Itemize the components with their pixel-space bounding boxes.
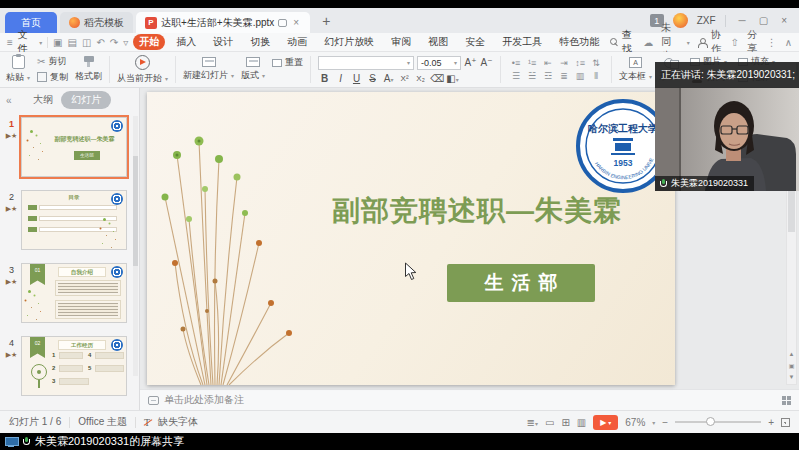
align-right-button[interactable]: ☲: [544, 71, 552, 81]
zoom-level[interactable]: 67%: [625, 417, 645, 428]
align-center-button[interactable]: ☱: [528, 71, 536, 81]
animation-star-icon[interactable]: ▶★: [6, 278, 18, 286]
panel-scrollbar[interactable]: [133, 116, 138, 376]
menu-design[interactable]: 设计: [207, 34, 239, 50]
slideshow-play-button[interactable]: ▶▾: [593, 415, 618, 430]
bold-button[interactable]: B: [318, 73, 331, 84]
more-icon[interactable]: ⋮: [767, 37, 777, 48]
columns-button[interactable]: ▥: [576, 71, 585, 81]
preview-icon[interactable]: ◫: [82, 37, 91, 48]
undo-icon[interactable]: ↶: [96, 37, 104, 48]
menu-security[interactable]: 安全: [459, 34, 491, 50]
normal-view-icon[interactable]: ▭: [545, 417, 554, 428]
align-left-button[interactable]: ☰: [512, 71, 520, 81]
add-slide-button[interactable]: +: [4, 409, 135, 410]
zoom-dropdown-icon[interactable]: ▾: [652, 419, 655, 426]
subscript-button[interactable]: X₂: [414, 74, 427, 83]
next-slide-icon[interactable]: ▼: [789, 374, 795, 380]
bullet-list-button[interactable]: •≡: [512, 58, 520, 68]
slide-nav-icon[interactable]: ▣: [789, 362, 795, 369]
comment-bubble-icon: [278, 19, 287, 27]
layout-button[interactable]: 版式▾: [241, 57, 265, 82]
strikethrough-button[interactable]: S: [366, 73, 379, 84]
print-icon[interactable]: ▤: [68, 37, 77, 48]
new-slide-button[interactable]: 新建幻灯片▾: [183, 57, 234, 82]
divider: [135, 417, 136, 428]
redo-icon[interactable]: ↷: [110, 37, 118, 48]
numbered-list-button[interactable]: ¹≡: [528, 58, 536, 68]
paste-button[interactable]: 粘贴▾: [6, 55, 30, 84]
menu-home[interactable]: 开始: [133, 34, 165, 50]
slide-department-label[interactable]: 生活部: [447, 264, 595, 302]
menu-insert[interactable]: 插入: [170, 34, 202, 50]
menu-animation[interactable]: 动画: [281, 34, 313, 50]
new-tab-button[interactable]: +: [310, 13, 342, 29]
increase-font-button[interactable]: A⁺: [464, 57, 477, 68]
flowers-mini: [30, 130, 33, 133]
slide-thumbnail-3[interactable]: 01 自我介绍: [21, 263, 127, 323]
tab-document-label: 达职+生活部+朱美霖.pptx: [161, 16, 274, 30]
slide-thumbnail-1[interactable]: 副部竞聘述职—朱美霖 生活部: [21, 117, 127, 177]
decrease-font-button[interactable]: A⁻: [480, 57, 493, 68]
sorter-view-icon[interactable]: ⊞: [561, 417, 569, 428]
save-icon[interactable]: ▣: [53, 37, 62, 48]
increase-indent-button[interactable]: ⇥: [560, 58, 568, 68]
line-spacing-button[interactable]: ↕≡: [575, 58, 585, 68]
customize-qat-icon[interactable]: ▿: [123, 37, 128, 48]
hamburger-icon[interactable]: ≡: [7, 37, 13, 48]
italic-button[interactable]: I: [334, 73, 347, 84]
missing-font-label[interactable]: 缺失字体: [158, 415, 198, 429]
menu-slideshow[interactable]: 幻灯片放映: [318, 34, 380, 50]
zoom-out-button[interactable]: −: [662, 417, 668, 428]
textbox-button[interactable]: A 文本框▾: [619, 57, 652, 83]
slide-canvas[interactable]: 副部竞聘述职—朱美霖 生活部 哈尔滨工程大学 1953 HARBIN ENGIN…: [147, 92, 675, 385]
font-color-button[interactable]: A▾: [382, 73, 395, 84]
tab-docer-templates[interactable]: 稻壳模板: [60, 12, 133, 33]
collapse-panel-icon[interactable]: «: [6, 95, 12, 106]
justify-button[interactable]: ≣: [560, 71, 568, 81]
tab-close-icon[interactable]: ×: [291, 17, 301, 28]
zoom-slider[interactable]: [675, 421, 761, 423]
superscript-button[interactable]: X²: [398, 74, 411, 83]
notes-view-icon[interactable]: ≣▾: [527, 417, 538, 428]
font-name-combo[interactable]: ▾: [318, 56, 414, 70]
text-direction-button[interactable]: ⇅: [592, 58, 600, 68]
animation-star-icon[interactable]: ▶★: [6, 132, 18, 140]
font-size-combo[interactable]: -0.05▾: [417, 56, 461, 70]
menu-transition[interactable]: 切换: [244, 34, 276, 50]
animation-star-icon[interactable]: ▶★: [6, 351, 18, 359]
prev-slide-icon[interactable]: ▲: [789, 351, 795, 357]
slide-thumbnail-2[interactable]: 目录: [21, 190, 127, 250]
menu-devtools[interactable]: 开发工具: [496, 34, 548, 50]
zoom-slider-knob[interactable]: [706, 417, 715, 426]
menu-view[interactable]: 视图: [422, 34, 454, 50]
new-slide-icon: [202, 57, 216, 67]
format-painter-button[interactable]: 格式刷: [75, 56, 102, 83]
play-from-current-button[interactable]: 从当前开始▾: [117, 55, 168, 85]
zoom-in-button[interactable]: +: [768, 417, 774, 428]
notes-placeholder[interactable]: 单击此处添加备注: [164, 393, 244, 407]
tab-slides[interactable]: 幻灯片: [61, 91, 111, 109]
reset-button[interactable]: 重置: [272, 56, 303, 69]
fit-window-icon[interactable]: [781, 418, 790, 427]
slide-thumbnail-4[interactable]: 02 工作经历 1 2 3 4 5: [21, 336, 127, 396]
notes-bar[interactable]: 单击此处添加备注: [140, 389, 799, 410]
reading-view-icon[interactable]: ▥: [577, 417, 586, 428]
collapse-ribbon-icon[interactable]: ∧: [785, 37, 792, 48]
decrease-indent-button[interactable]: ⇤: [544, 58, 552, 68]
animation-star-icon[interactable]: ▶★: [6, 205, 18, 213]
distribute-button[interactable]: ⫴: [594, 71, 598, 82]
underline-button[interactable]: U: [350, 73, 363, 84]
slide-number: 2: [9, 192, 14, 202]
clear-format-button[interactable]: ⌫: [430, 73, 443, 84]
grid-view-icon[interactable]: [782, 396, 791, 405]
tab-outline[interactable]: 大纲: [33, 93, 53, 107]
menu-review[interactable]: 审阅: [385, 34, 417, 50]
menu-features[interactable]: 特色功能: [553, 34, 605, 50]
highlight-button[interactable]: ◧▾: [446, 73, 459, 84]
cut-button[interactable]: ✂剪切: [37, 55, 68, 68]
theme-name[interactable]: Office 主题: [78, 415, 127, 429]
copy-button[interactable]: 复制: [37, 71, 68, 84]
tab-document[interactable]: P 达职+生活部+朱美霖.pptx ×: [136, 12, 310, 33]
slide-title-text[interactable]: 副部竞聘述职—朱美霖: [307, 192, 647, 230]
